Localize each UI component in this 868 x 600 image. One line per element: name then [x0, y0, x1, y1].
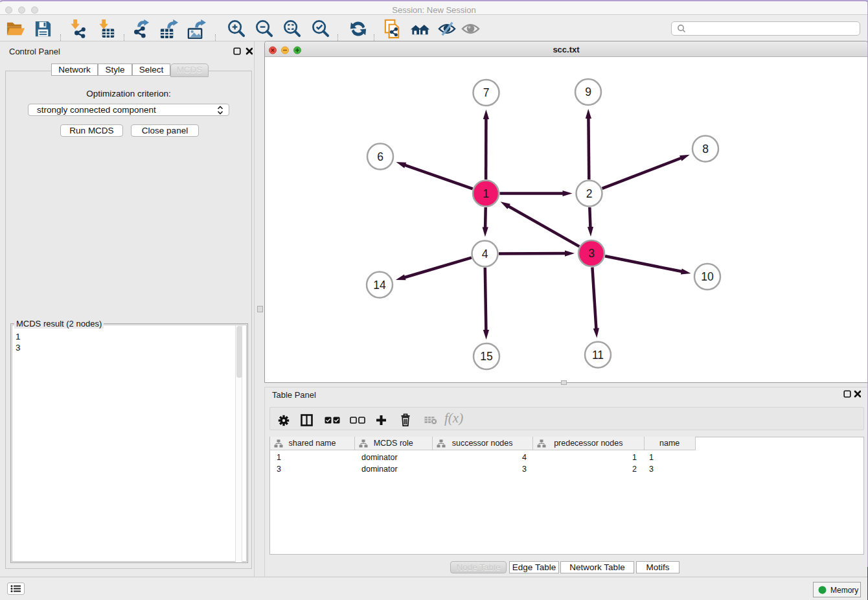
- svg-text:9: 9: [585, 86, 591, 98]
- svg-text:2: 2: [586, 187, 593, 200]
- svg-text:4: 4: [482, 248, 488, 260]
- svg-text:3: 3: [588, 247, 595, 260]
- svg-text:8: 8: [702, 143, 709, 156]
- svg-text:14: 14: [373, 279, 386, 292]
- svg-text:10: 10: [701, 270, 714, 283]
- svg-text:7: 7: [483, 86, 490, 99]
- svg-text:6: 6: [377, 150, 383, 163]
- svg-text:1: 1: [483, 187, 489, 200]
- svg-text:11: 11: [592, 349, 604, 362]
- svg-text:15: 15: [480, 350, 492, 363]
